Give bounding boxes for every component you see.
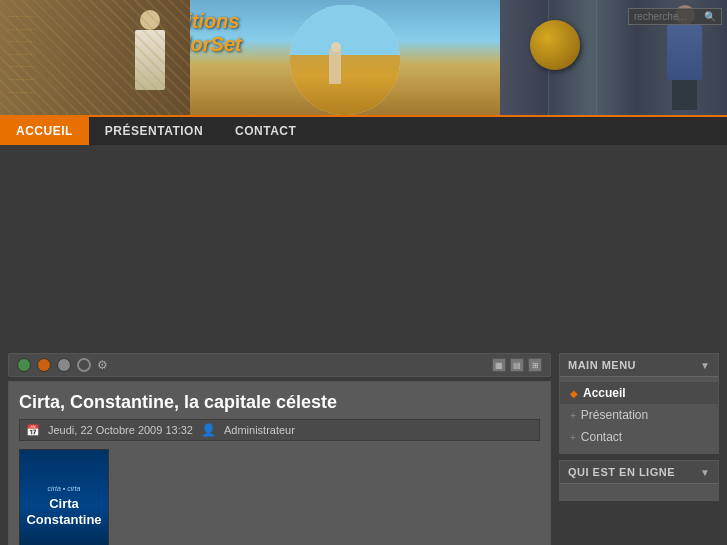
ctrl-btn-green[interactable] xyxy=(17,358,31,372)
sidebar: MAIN MENU ▼ ◆ Accueil + Présentation + C… xyxy=(559,353,719,545)
article-meta: 📅 Jeudi, 22 Octobre 2009 13:32 👤 Adminis… xyxy=(19,419,540,441)
user-icon: 👤 xyxy=(201,423,216,437)
bullet-contact: + xyxy=(570,432,576,443)
ctrl-btn-orange[interactable] xyxy=(37,358,51,372)
sidebar-main-menu-title: MAIN MENU xyxy=(568,359,636,371)
book-main-title: Cirta Constantine xyxy=(26,496,101,527)
sidebar-item-accueil[interactable]: ◆ Accueil xyxy=(560,382,718,404)
ctrl-btn-outline[interactable] xyxy=(77,358,91,372)
logo-editions: Editions xyxy=(190,10,242,33)
sidebar-main-menu-header: MAIN MENU ▼ xyxy=(560,354,718,377)
ctrl-btn-view3[interactable]: ⊞ xyxy=(528,358,542,372)
search-icon: 🔍 xyxy=(704,11,716,22)
bullet-presentation: + xyxy=(570,410,576,421)
article-author: Administrateur xyxy=(224,424,295,436)
header-center-panel: Editions ColorSet xyxy=(190,0,500,115)
book-thumbnail: cirta • cirta Cirta Constantine xyxy=(19,449,109,545)
article-title: Cirta, Constantine, la capitale céleste xyxy=(19,392,540,413)
article-controls: ⚙ ▦ ▤ ⊞ xyxy=(8,353,551,377)
article-date: Jeudi, 22 Octobre 2009 13:32 xyxy=(48,424,193,436)
sidebar-online-content xyxy=(560,484,718,500)
sidebar-main-menu-content: ◆ Accueil + Présentation + Contact xyxy=(560,377,718,453)
sidebar-item-presentation-label: Présentation xyxy=(581,408,648,422)
article-box: Cirta, Constantine, la capitale céleste … xyxy=(8,381,551,545)
header-right-panel: 🔍 xyxy=(500,0,727,115)
ctrl-btn-gray[interactable] xyxy=(57,358,71,372)
sidebar-online: QUI EST EN LIGNE ▼ xyxy=(559,460,719,501)
sidebar-online-title: QUI EST EN LIGNE xyxy=(568,466,675,478)
calendar-icon: 📅 xyxy=(26,424,40,437)
header-left-panel: ​...........​...........​...........​...… xyxy=(0,0,190,115)
nav-item-contact[interactable]: CONTACT xyxy=(219,117,312,145)
sidebar-item-contact-label: Contact xyxy=(581,430,622,444)
sidebar-main-menu-arrow: ▼ xyxy=(700,360,710,371)
bullet-accueil: ◆ xyxy=(570,388,578,399)
sidebar-online-arrow: ▼ xyxy=(700,467,710,478)
book-subtitle: cirta • cirta xyxy=(48,485,81,492)
ctrl-btn-view2[interactable]: ▤ xyxy=(510,358,524,372)
search-box[interactable]: 🔍 xyxy=(628,8,722,25)
content-area: ⚙ ▦ ▤ ⊞ Cirta, Constantine, la capitale … xyxy=(8,353,551,545)
sidebar-online-header: QUI EST EN LIGNE ▼ xyxy=(560,461,718,484)
sidebar-item-accueil-label: Accueil xyxy=(583,386,626,400)
header: ​...........​...........​...........​...… xyxy=(0,0,727,115)
dark-section xyxy=(0,145,727,345)
sidebar-main-menu: MAIN MENU ▼ ◆ Accueil + Présentation + C… xyxy=(559,353,719,454)
sidebar-item-contact[interactable]: + Contact xyxy=(560,426,718,448)
search-input[interactable] xyxy=(634,11,704,22)
ctrl-btn-view1[interactable]: ▦ xyxy=(492,358,506,372)
online-status-text xyxy=(568,489,710,495)
sidebar-item-presentation[interactable]: + Présentation xyxy=(560,404,718,426)
main-area: ⚙ ▦ ▤ ⊞ Cirta, Constantine, la capitale … xyxy=(0,345,727,545)
navigation-bar: ACCUEIL PRÉSENTATION CONTACT xyxy=(0,115,727,145)
ctrl-btn-settings[interactable]: ⚙ xyxy=(97,358,108,372)
logo-colorset: ColorSet xyxy=(190,33,242,56)
nav-item-accueil[interactable]: ACCUEIL xyxy=(0,117,89,145)
nav-item-presentation[interactable]: PRÉSENTATION xyxy=(89,117,219,145)
